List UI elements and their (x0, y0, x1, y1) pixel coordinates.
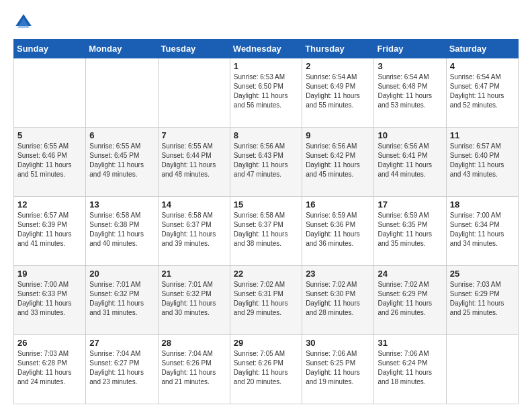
weekday-header-row: SundayMondayTuesdayWednesdayThursdayFrid… (14, 40, 519, 58)
weekday-header-wednesday: Wednesday (230, 40, 302, 58)
day-info: Sunrise: 6:56 AM Sunset: 6:41 PM Dayligh… (378, 142, 442, 179)
day-info: Sunrise: 6:54 AM Sunset: 6:48 PM Dayligh… (378, 73, 442, 110)
calendar-cell: 21Sunrise: 7:01 AM Sunset: 6:32 PM Dayli… (158, 266, 230, 335)
calendar-cell (14, 58, 86, 128)
day-info: Sunrise: 6:55 AM Sunset: 6:44 PM Dayligh… (162, 142, 226, 179)
day-info: Sunrise: 7:04 AM Sunset: 6:26 PM Dayligh… (162, 349, 226, 387)
week-row-1: 1Sunrise: 6:53 AM Sunset: 6:50 PM Daylig… (14, 58, 519, 128)
day-info: Sunrise: 6:58 AM Sunset: 6:37 PM Dayligh… (234, 211, 298, 248)
calendar-cell (158, 58, 230, 128)
day-info: Sunrise: 7:02 AM Sunset: 6:30 PM Dayligh… (306, 280, 370, 318)
day-number: 4 (450, 61, 515, 71)
day-info: Sunrise: 7:05 AM Sunset: 6:26 PM Dayligh… (234, 349, 298, 387)
day-number: 2 (306, 61, 370, 71)
weekday-header-saturday: Saturday (446, 40, 518, 58)
day-info: Sunrise: 6:56 AM Sunset: 6:43 PM Dayligh… (234, 142, 298, 179)
week-row-2: 5Sunrise: 6:55 AM Sunset: 6:46 PM Daylig… (14, 128, 519, 197)
day-info: Sunrise: 6:57 AM Sunset: 6:40 PM Dayligh… (450, 142, 515, 179)
calendar-cell: 9Sunrise: 6:56 AM Sunset: 6:42 PM Daylig… (302, 128, 374, 197)
day-info: Sunrise: 7:01 AM Sunset: 6:32 PM Dayligh… (162, 280, 226, 318)
calendar-cell: 10Sunrise: 6:56 AM Sunset: 6:41 PM Dayli… (374, 128, 446, 197)
day-info: Sunrise: 7:06 AM Sunset: 6:25 PM Dayligh… (306, 349, 370, 387)
logo-icon (13, 12, 34, 32)
day-number: 28 (162, 338, 226, 348)
day-number: 22 (234, 269, 298, 279)
calendar-cell: 2Sunrise: 6:54 AM Sunset: 6:49 PM Daylig… (302, 58, 374, 128)
day-number: 8 (234, 130, 298, 140)
day-number: 26 (17, 338, 82, 348)
day-number: 14 (162, 199, 226, 210)
day-number: 20 (89, 269, 154, 279)
calendar-cell: 6Sunrise: 6:55 AM Sunset: 6:45 PM Daylig… (86, 128, 158, 197)
calendar-cell: 3Sunrise: 6:54 AM Sunset: 6:48 PM Daylig… (374, 58, 446, 128)
day-number: 31 (378, 338, 442, 348)
page: SundayMondayTuesdayWednesdayThursdayFrid… (0, 0, 532, 411)
calendar-cell: 27Sunrise: 7:04 AM Sunset: 6:27 PM Dayli… (86, 335, 158, 404)
calendar-cell: 30Sunrise: 7:06 AM Sunset: 6:25 PM Dayli… (302, 335, 374, 404)
calendar-cell: 31Sunrise: 7:06 AM Sunset: 6:24 PM Dayli… (374, 335, 446, 404)
calendar-cell (446, 335, 518, 404)
calendar-cell: 26Sunrise: 7:03 AM Sunset: 6:28 PM Dayli… (14, 335, 86, 404)
calendar-cell: 13Sunrise: 6:58 AM Sunset: 6:38 PM Dayli… (86, 197, 158, 266)
calendar-cell: 12Sunrise: 6:57 AM Sunset: 6:39 PM Dayli… (14, 197, 86, 266)
day-info: Sunrise: 6:58 AM Sunset: 6:38 PM Dayligh… (89, 211, 154, 248)
day-number: 18 (450, 199, 515, 210)
day-info: Sunrise: 7:06 AM Sunset: 6:24 PM Dayligh… (378, 349, 442, 387)
day-info: Sunrise: 6:55 AM Sunset: 6:45 PM Dayligh… (89, 142, 154, 179)
logo (13, 12, 36, 32)
calendar-cell: 5Sunrise: 6:55 AM Sunset: 6:46 PM Daylig… (14, 128, 86, 197)
calendar-cell: 16Sunrise: 6:59 AM Sunset: 6:36 PM Dayli… (302, 197, 374, 266)
day-number: 13 (89, 199, 154, 210)
calendar-cell: 23Sunrise: 7:02 AM Sunset: 6:30 PM Dayli… (302, 266, 374, 335)
day-number: 12 (17, 199, 82, 210)
weekday-header-sunday: Sunday (14, 40, 86, 58)
calendar-cell: 15Sunrise: 6:58 AM Sunset: 6:37 PM Dayli… (230, 197, 302, 266)
day-number: 19 (17, 269, 82, 279)
calendar-cell: 1Sunrise: 6:53 AM Sunset: 6:50 PM Daylig… (230, 58, 302, 128)
day-info: Sunrise: 6:54 AM Sunset: 6:49 PM Dayligh… (306, 73, 370, 110)
calendar-cell: 7Sunrise: 6:55 AM Sunset: 6:44 PM Daylig… (158, 128, 230, 197)
day-info: Sunrise: 7:00 AM Sunset: 6:33 PM Dayligh… (17, 280, 82, 318)
day-number: 27 (89, 338, 154, 348)
day-number: 15 (234, 199, 298, 210)
day-info: Sunrise: 7:03 AM Sunset: 6:29 PM Dayligh… (450, 280, 515, 318)
week-row-5: 26Sunrise: 7:03 AM Sunset: 6:28 PM Dayli… (14, 335, 519, 404)
calendar-cell: 25Sunrise: 7:03 AM Sunset: 6:29 PM Dayli… (446, 266, 518, 335)
calendar-cell: 11Sunrise: 6:57 AM Sunset: 6:40 PM Dayli… (446, 128, 518, 197)
calendar-cell: 19Sunrise: 7:00 AM Sunset: 6:33 PM Dayli… (14, 266, 86, 335)
day-number: 11 (450, 130, 515, 140)
day-info: Sunrise: 6:53 AM Sunset: 6:50 PM Dayligh… (234, 73, 298, 110)
calendar-cell: 18Sunrise: 7:00 AM Sunset: 6:34 PM Dayli… (446, 197, 518, 266)
day-number: 1 (234, 61, 298, 71)
day-info: Sunrise: 7:03 AM Sunset: 6:28 PM Dayligh… (17, 349, 82, 387)
calendar-cell: 22Sunrise: 7:02 AM Sunset: 6:31 PM Dayli… (230, 266, 302, 335)
day-info: Sunrise: 7:04 AM Sunset: 6:27 PM Dayligh… (89, 349, 154, 387)
header (13, 12, 519, 32)
day-number: 24 (378, 269, 442, 279)
calendar-cell: 8Sunrise: 6:56 AM Sunset: 6:43 PM Daylig… (230, 128, 302, 197)
day-number: 17 (378, 199, 442, 210)
calendar-cell: 17Sunrise: 6:59 AM Sunset: 6:35 PM Dayli… (374, 197, 446, 266)
day-number: 3 (378, 61, 442, 71)
calendar-cell: 29Sunrise: 7:05 AM Sunset: 6:26 PM Dayli… (230, 335, 302, 404)
weekday-header-thursday: Thursday (302, 40, 374, 58)
day-number: 23 (306, 269, 370, 279)
day-info: Sunrise: 6:55 AM Sunset: 6:46 PM Dayligh… (17, 142, 82, 179)
day-info: Sunrise: 7:02 AM Sunset: 6:29 PM Dayligh… (378, 280, 442, 318)
calendar-cell: 28Sunrise: 7:04 AM Sunset: 6:26 PM Dayli… (158, 335, 230, 404)
week-row-4: 19Sunrise: 7:00 AM Sunset: 6:33 PM Dayli… (14, 266, 519, 335)
calendar-cell: 4Sunrise: 6:54 AM Sunset: 6:47 PM Daylig… (446, 58, 518, 128)
day-info: Sunrise: 6:54 AM Sunset: 6:47 PM Dayligh… (450, 73, 515, 110)
day-number: 9 (306, 130, 370, 140)
day-number: 7 (162, 130, 226, 140)
calendar-cell: 20Sunrise: 7:01 AM Sunset: 6:32 PM Dayli… (86, 266, 158, 335)
day-number: 30 (306, 338, 370, 348)
day-info: Sunrise: 6:56 AM Sunset: 6:42 PM Dayligh… (306, 142, 370, 179)
week-row-3: 12Sunrise: 6:57 AM Sunset: 6:39 PM Dayli… (14, 197, 519, 266)
day-info: Sunrise: 6:59 AM Sunset: 6:35 PM Dayligh… (378, 211, 442, 248)
weekday-header-tuesday: Tuesday (158, 40, 230, 58)
day-number: 5 (17, 130, 82, 140)
day-info: Sunrise: 6:59 AM Sunset: 6:36 PM Dayligh… (306, 211, 370, 248)
calendar-cell (86, 58, 158, 128)
day-number: 10 (378, 130, 442, 140)
